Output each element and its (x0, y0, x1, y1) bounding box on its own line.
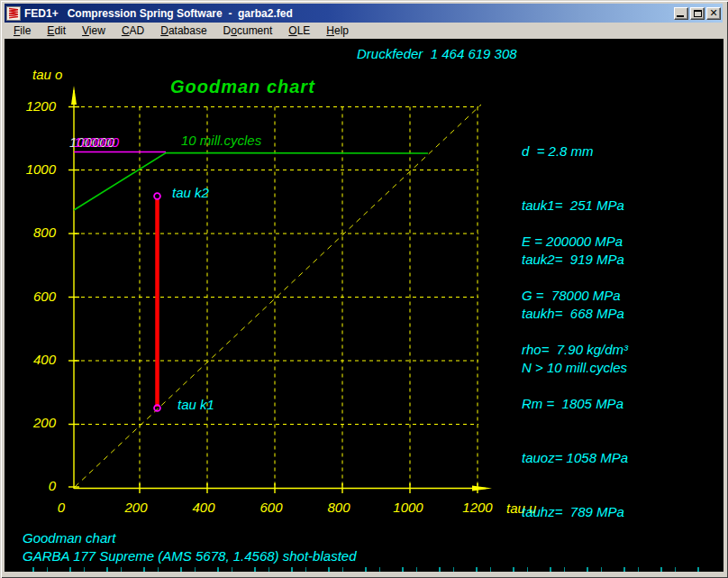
y-tick-400: 400 (11, 353, 56, 368)
menu-help[interactable]: Help (318, 23, 357, 39)
chart-title: Goodman chart (170, 77, 315, 96)
menu-ole[interactable]: OLE (280, 23, 318, 39)
result-e: E = 200000 MPa (522, 233, 628, 251)
y-tick-1200: 1200 (11, 99, 56, 115)
y-axis-label: tau o (32, 68, 62, 83)
drawing-number-header: Druckfeder 1 464 619 308 (357, 47, 517, 62)
y-tick-600: 600 (11, 289, 56, 305)
cycle-label-100000: 100000 (74, 134, 119, 150)
menu-edit[interactable]: Edit (39, 23, 74, 39)
x-tick-0: 0 (34, 500, 88, 516)
chart-canvas: Druckfeder 1 464 619 308 tau o Goodman c… (5, 39, 723, 572)
result-tauoz: tauoz= 1058 MPa (522, 449, 628, 467)
menu-bar: File Edit View CAD Database Document OLE… (5, 23, 723, 39)
maximize-icon (694, 10, 702, 17)
y-axis-arrow (71, 86, 77, 105)
footer-chart-name: Goodman chart (23, 530, 115, 546)
menu-file[interactable]: File (5, 23, 39, 39)
title-bar[interactable]: FED1+ Compression Spring Software - garb… (5, 4, 723, 23)
window-controls: ✕ (674, 7, 721, 20)
y-tick-1000: 1000 (11, 162, 56, 178)
x-tick-200: 200 (109, 500, 163, 516)
overlapping-cycle-labels: 100000 100000 (69, 134, 132, 151)
x-tick-800: 800 (312, 500, 366, 516)
close-icon: ✕ (709, 9, 717, 18)
minimize-icon (677, 15, 684, 17)
maximize-button[interactable] (690, 7, 705, 20)
result-g: G = 78000 MPa (522, 287, 628, 305)
close-button[interactable]: ✕ (706, 7, 721, 20)
x-tick-400: 400 (177, 500, 231, 516)
diagonal-line (75, 105, 481, 487)
tau-k1-label: tau k1 (177, 398, 214, 413)
result-d: d = 2.8 mm (522, 142, 624, 161)
y-tick-200: 200 (11, 416, 56, 431)
minimize-button[interactable] (674, 7, 688, 20)
x-tick-1200: 1200 (450, 500, 505, 516)
spring-icon (6, 6, 21, 21)
cycles-line-label: 10 mill.cycles (181, 133, 261, 149)
clipped-text-line (23, 567, 707, 572)
result-cycles: N > 10 mill.cycles (522, 359, 627, 377)
tau-k2-marker (154, 193, 160, 199)
menu-database[interactable]: Database (152, 23, 214, 39)
footer-material-name: GARBA 177 Supreme (AMS 5678, 1.4568) sho… (23, 548, 356, 564)
y-tick-0: 0 (11, 479, 56, 494)
y-tick-800: 800 (11, 225, 56, 241)
result-tauhz: tauhz= 789 MPa (522, 503, 628, 521)
limit-line-10mill (74, 153, 428, 211)
results-group-cycles: N > 10 mill.cycles (522, 323, 627, 413)
x-tick-600: 600 (244, 500, 298, 516)
menu-view[interactable]: View (74, 23, 114, 39)
tau-k2-label: tau k2 (172, 186, 209, 201)
x-axis-arrow (472, 486, 492, 491)
app-window: FED1+ Compression Spring Software - garb… (0, 0, 728, 578)
x-tick-1000: 1000 (381, 500, 435, 516)
menu-cad[interactable]: CAD (114, 23, 152, 39)
menu-document[interactable]: Document (215, 23, 281, 39)
window-title: FED1+ Compression Spring Software - garb… (24, 7, 674, 20)
